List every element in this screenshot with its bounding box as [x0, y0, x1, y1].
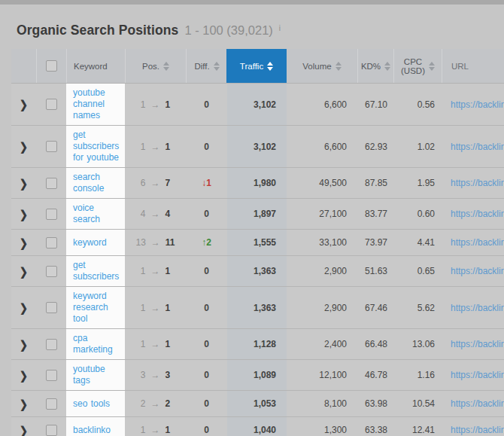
- keyword-link[interactable]: search console: [73, 172, 123, 194]
- row-checkbox[interactable]: [46, 209, 57, 220]
- cpc-header-label: CPC (USD): [401, 57, 425, 75]
- table-header-row: Keyword Pos. Diff. Traffic Volume KD%: [11, 49, 504, 84]
- url-link[interactable]: https://backlink: [451, 99, 504, 110]
- column-header-volume[interactable]: Volume: [287, 49, 357, 83]
- expand-cell: ❯: [11, 126, 36, 167]
- select-all-checkbox[interactable]: [46, 60, 57, 72]
- keyword-link[interactable]: get subscribers: [73, 260, 123, 282]
- checkbox-cell: [36, 417, 66, 436]
- expand-row-icon[interactable]: ❯: [20, 207, 28, 220]
- expand-cell: ❯: [11, 168, 36, 198]
- url-link[interactable]: https://backlink: [451, 209, 504, 219]
- column-header-pos[interactable]: Pos.: [125, 49, 186, 83]
- row-checkbox[interactable]: [46, 266, 57, 277]
- table-row: ❯ youtube tags 3 → 3 0 1,089 12,100 46.7…: [11, 360, 504, 391]
- row-checkbox[interactable]: [46, 99, 57, 110]
- expand-row-icon[interactable]: ❯: [20, 397, 28, 410]
- cpc-cell: 4.41: [393, 230, 442, 255]
- diff-value: ↓1: [202, 178, 211, 188]
- row-checkbox[interactable]: [46, 302, 57, 313]
- row-checkbox[interactable]: [46, 398, 57, 410]
- table-row: ❯ backlinko 1 → 1 0 1,040 1,300 63.38 12…: [11, 417, 504, 436]
- volume-header-label: Volume: [302, 62, 331, 71]
- diff-value: 0: [204, 99, 209, 110]
- traffic-cell: 1,040: [227, 417, 287, 436]
- expand-row-icon[interactable]: ❯: [20, 140, 28, 153]
- keyword-link[interactable]: keyword: [73, 237, 107, 248]
- position-current: 1: [165, 339, 171, 349]
- traffic-value: 1,053: [254, 398, 276, 409]
- keyword-link[interactable]: seo tools: [73, 398, 110, 410]
- keyword-link[interactable]: voice search: [73, 203, 123, 225]
- row-checkbox[interactable]: [46, 237, 57, 248]
- column-header-kd[interactable]: KD%: [357, 49, 393, 83]
- table-row: ❯ youtube channel names 1 → 1 0 3,102 6,…: [11, 84, 504, 126]
- cpc-cell: 12.41: [393, 417, 442, 436]
- row-checkbox[interactable]: [46, 339, 57, 350]
- url-link[interactable]: https://backlink: [451, 370, 504, 380]
- url-link[interactable]: https://backlink: [451, 178, 504, 188]
- position-cell: 1 → 1: [125, 417, 186, 436]
- info-icon[interactable]: i: [279, 24, 281, 32]
- keyword-link[interactable]: get subscribers for youtube: [73, 130, 123, 163]
- row-checkbox[interactable]: [46, 425, 57, 436]
- traffic-value: 1,555: [254, 237, 276, 248]
- url-cell: https://backlink: [442, 329, 504, 359]
- row-checkbox[interactable]: [46, 178, 57, 189]
- expand-row-icon[interactable]: ❯: [20, 423, 28, 436]
- keyword-link[interactable]: keyword research tool: [73, 291, 123, 325]
- checkbox-cell: [36, 84, 66, 125]
- position-cell: 1 → 1: [125, 256, 186, 286]
- expand-cell: ❯: [11, 84, 36, 125]
- diff-cell: ↓1: [186, 168, 227, 198]
- url-link[interactable]: https://backlink: [451, 339, 504, 349]
- expand-row-icon[interactable]: ❯: [20, 301, 28, 314]
- position-cell: 2 → 2: [125, 391, 186, 416]
- row-checkbox[interactable]: [46, 141, 57, 152]
- column-header-traffic-active[interactable]: Traffic: [226, 49, 287, 83]
- keyword-link[interactable]: youtube channel names: [73, 87, 123, 121]
- url-link[interactable]: https://backlink: [451, 398, 504, 409]
- row-checkbox[interactable]: [46, 370, 57, 381]
- volume-value: 2,400: [324, 339, 347, 349]
- expand-row-icon[interactable]: ❯: [20, 236, 28, 248]
- keyword-cell: keyword research tool: [66, 287, 125, 328]
- expand-row-icon[interactable]: ❯: [20, 264, 28, 277]
- volume-value: 27,100: [319, 209, 347, 219]
- url-cell: https://backlink: [442, 199, 504, 229]
- position-current: 1: [165, 266, 171, 276]
- kd-value: 62.93: [365, 142, 387, 152]
- url-link[interactable]: https://backlink: [451, 303, 504, 313]
- checkbox-cell: [36, 126, 66, 167]
- report-header: Organic Search Positions 1 - 100 (39,021…: [0, 5, 504, 49]
- cpc-value: 12.41: [412, 425, 435, 435]
- header-select-all-cell: [36, 49, 66, 83]
- diff-value: 0: [204, 398, 209, 409]
- keyword-link[interactable]: cpa marketing: [73, 333, 123, 355]
- url-link[interactable]: https://backlink: [451, 142, 504, 152]
- diff-value: 0: [204, 142, 209, 152]
- keyword-link[interactable]: youtube tags: [73, 364, 123, 386]
- checkbox-cell: [36, 329, 66, 359]
- expand-row-icon[interactable]: ❯: [20, 98, 28, 111]
- expand-row-icon[interactable]: ❯: [20, 337, 28, 350]
- pos-header-label: Pos.: [142, 62, 159, 71]
- column-header-cpc[interactable]: CPC (USD): [393, 49, 442, 83]
- expand-row-icon[interactable]: ❯: [20, 368, 28, 381]
- column-header-diff[interactable]: Diff.: [186, 49, 227, 83]
- url-link[interactable]: https://backlink: [451, 266, 504, 276]
- position-previous: 1: [141, 425, 146, 435]
- url-header-label: URL: [451, 62, 469, 71]
- keyword-link[interactable]: backlinko: [73, 425, 111, 436]
- kd-cell: 62.93: [357, 126, 393, 167]
- position-current: 1: [165, 303, 171, 313]
- kd-value: 67.46: [365, 303, 387, 313]
- column-header-keyword[interactable]: Keyword: [66, 49, 125, 83]
- volume-value: 8,100: [324, 398, 347, 409]
- position-arrow-icon: →: [151, 178, 160, 188]
- expand-row-icon[interactable]: ❯: [20, 176, 28, 189]
- traffic-cell: 1,089: [227, 360, 287, 390]
- url-link[interactable]: https://backlink: [451, 237, 504, 248]
- kd-cell: 67.10: [357, 84, 393, 125]
- url-link[interactable]: https://backlink: [451, 425, 504, 435]
